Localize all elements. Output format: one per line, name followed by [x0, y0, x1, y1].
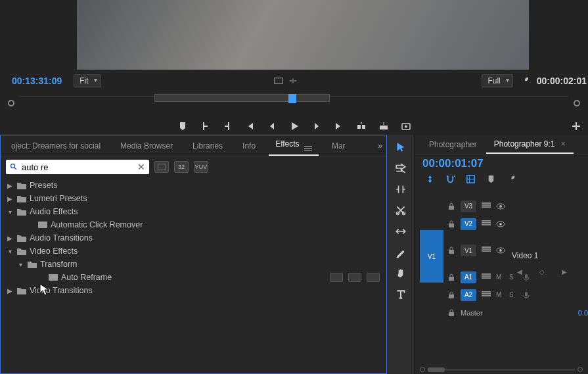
- effect-icon: [37, 220, 48, 229]
- search-input[interactable]: [22, 162, 137, 172]
- track-output-icon[interactable]: [482, 246, 491, 254]
- insert-mode-icon[interactable]: [425, 174, 435, 184]
- lock-icon[interactable]: [447, 246, 455, 254]
- selection-tool-icon[interactable]: [395, 141, 407, 153]
- tree-video-transitions[interactable]: ▶ Video Transitions: [1, 284, 386, 297]
- panel-menu-icon[interactable]: [304, 146, 312, 151]
- tree-automatic-click-remover[interactable]: Automatic Click Remover: [1, 218, 386, 231]
- tab-effects[interactable]: Effects: [269, 135, 319, 156]
- voice-over-icon[interactable]: [522, 291, 530, 299]
- out-handle-icon[interactable]: [574, 100, 580, 106]
- mute-button[interactable]: M: [496, 291, 504, 298]
- caret-down-icon: ▾: [6, 248, 14, 255]
- more-tabs-icon[interactable]: »: [378, 141, 382, 151]
- lock-icon[interactable]: [447, 202, 455, 210]
- effect-badges: [330, 273, 380, 282]
- button-editor-icon[interactable]: [571, 121, 581, 131]
- accelerated-badge-filter[interactable]: [154, 161, 169, 173]
- track-output-icon[interactable]: [482, 273, 491, 281]
- tab-libraries[interactable]: Libraries: [186, 137, 229, 154]
- effects-search-box[interactable]: ✕: [6, 160, 149, 174]
- mark-in-icon[interactable]: [200, 121, 210, 131]
- solo-button[interactable]: S: [509, 273, 517, 281]
- add-marker-icon[interactable]: [177, 121, 188, 131]
- slip-tool-icon[interactable]: [395, 225, 407, 237]
- add-marker-timeline-icon[interactable]: [486, 174, 496, 184]
- track-output-icon[interactable]: [482, 220, 491, 228]
- tab-info[interactable]: Info: [236, 137, 262, 154]
- zoom-select[interactable]: Fit: [74, 74, 101, 87]
- lock-icon[interactable]: [447, 273, 455, 281]
- keyframe-nav[interactable]: ◀◇▶: [517, 268, 567, 275]
- lock-icon[interactable]: [447, 220, 455, 228]
- tab-sequence-1[interactable]: Photographer: [421, 136, 485, 153]
- resolution-select[interactable]: Full: [482, 74, 512, 87]
- tab-project[interactable]: oject: Dreamers for social: [5, 137, 107, 154]
- track-output-icon[interactable]: [482, 202, 491, 210]
- tree-video-effects[interactable]: ▾ Video Effects: [1, 245, 386, 258]
- lock-icon[interactable]: [447, 309, 455, 317]
- razor-tool-icon[interactable]: [395, 204, 407, 216]
- lock-icon[interactable]: [447, 291, 455, 299]
- tree-auto-reframe[interactable]: Auto Reframe: [1, 271, 386, 284]
- track-output-icon[interactable]: [482, 291, 491, 299]
- pen-tool-icon[interactable]: [395, 246, 407, 258]
- project-panel-tabs: oject: Dreamers for social Media Browser…: [1, 135, 386, 156]
- solo-button[interactable]: S: [509, 291, 517, 298]
- mute-button[interactable]: M: [496, 273, 504, 281]
- eye-icon[interactable]: [496, 220, 505, 229]
- svg-rect-25: [525, 292, 528, 296]
- lift-icon[interactable]: [356, 121, 367, 131]
- playhead-icon[interactable]: [288, 94, 296, 103]
- settings-wrench-icon[interactable]: [520, 76, 530, 86]
- type-tool-icon[interactable]: [395, 289, 407, 300]
- tree-presets[interactable]: ▶ Presets: [1, 179, 386, 192]
- svg-rect-7: [158, 164, 166, 170]
- clear-search-icon[interactable]: ✕: [137, 162, 145, 172]
- play-icon[interactable]: [289, 121, 300, 131]
- 32bit-badge-filter[interactable]: 32: [174, 161, 189, 173]
- tab-sequence-2[interactable]: Photographer 9:1 ×: [486, 135, 574, 154]
- tree-audio-transitions[interactable]: ▶ Audio Transitions: [1, 231, 386, 245]
- timeline-panel: Photographer Photographer 9:1 × 00:00:01…: [415, 135, 588, 374]
- monitor-timeline-bar[interactable]: [8, 93, 580, 113]
- mark-out-icon[interactable]: [222, 121, 233, 131]
- tree-audio-effects[interactable]: ▾ Audio Effects: [1, 205, 386, 218]
- timeline-toolbar: [415, 173, 588, 189]
- track-select-tool-icon[interactable]: [395, 162, 407, 174]
- step-back-icon[interactable]: [267, 121, 277, 131]
- splice-icon[interactable]: [288, 77, 298, 85]
- track-master[interactable]: Master 0.0: [415, 304, 588, 321]
- yuv-badge-filter[interactable]: YUV: [194, 161, 208, 173]
- eye-icon[interactable]: [496, 246, 505, 255]
- folder-icon: [16, 233, 27, 243]
- linked-selection-icon[interactable]: [466, 174, 476, 184]
- master-volume-value[interactable]: 0.0: [578, 309, 588, 317]
- work-area-bar[interactable]: [154, 94, 330, 102]
- export-frame-icon[interactable]: [401, 121, 411, 131]
- snap-icon[interactable]: [445, 174, 455, 184]
- step-forward-icon[interactable]: [311, 121, 322, 131]
- hand-tool-icon[interactable]: [395, 268, 407, 279]
- tab-media-browser[interactable]: Media Browser: [114, 137, 179, 154]
- tab-markers[interactable]: Mar: [325, 137, 352, 154]
- tree-transform[interactable]: ▾ Transform: [1, 258, 386, 271]
- eye-icon[interactable]: [496, 202, 505, 211]
- go-to-out-icon[interactable]: [334, 121, 344, 131]
- svg-rect-9: [49, 274, 58, 281]
- track-v3[interactable]: V3: [415, 197, 588, 215]
- timeline-timecode[interactable]: 00:00:01:07: [415, 154, 588, 173]
- tree-lumetri-presets[interactable]: ▶ Lumetri Presets: [1, 192, 386, 205]
- caret-down-icon: ▾: [16, 261, 24, 268]
- extract-icon[interactable]: [378, 121, 389, 131]
- track-a2[interactable]: A2 M S: [415, 286, 588, 304]
- timeline-zoom-scrollbar[interactable]: [420, 366, 583, 373]
- timeline-settings-icon[interactable]: [507, 174, 516, 184]
- ripple-edit-tool-icon[interactable]: [395, 183, 407, 195]
- source-timecode: 00:13:31:09: [0, 76, 62, 86]
- source-patch-v1[interactable]: V1: [420, 230, 443, 283]
- safe-margins-icon[interactable]: [274, 77, 283, 85]
- go-to-in-icon[interactable]: [244, 121, 255, 131]
- svg-rect-1: [357, 125, 361, 129]
- in-handle-icon[interactable]: [8, 100, 14, 106]
